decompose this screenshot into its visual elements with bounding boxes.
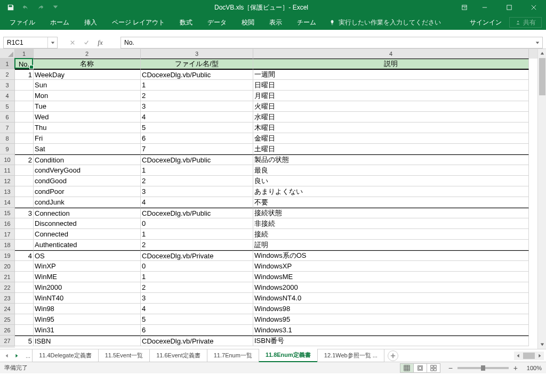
table-cell[interactable]: 0: [141, 261, 253, 272]
table-cell[interactable]: 4: [141, 197, 253, 208]
formula-bar[interactable]: No.: [121, 37, 543, 48]
zoom-slider[interactable]: [457, 367, 509, 369]
scroll-up-button[interactable]: [538, 49, 546, 58]
table-cell[interactable]: 接続: [253, 229, 529, 240]
enter-formula-button[interactable]: [80, 37, 93, 48]
table-cell[interactable]: Authenticated: [34, 240, 141, 250]
table-cell[interactable]: [15, 304, 34, 314]
tell-me-search[interactable]: 実行したい作業を入力してください: [324, 18, 446, 27]
sheet-tab[interactable]: 11.5Event一覧: [98, 349, 150, 362]
sheet-tab[interactable]: 12.1Web参照一覧 ...: [317, 349, 384, 362]
table-cell[interactable]: [15, 314, 34, 325]
page-break-view-button[interactable]: [427, 363, 440, 373]
add-sheet-button[interactable]: [388, 350, 398, 361]
table-cell[interactable]: 1: [141, 80, 253, 91]
table-cell[interactable]: Thu: [34, 123, 141, 133]
row-header[interactable]: 5: [0, 101, 15, 112]
table-cell[interactable]: ISBN番号: [253, 336, 529, 346]
table-cell[interactable]: Win2000: [34, 282, 141, 293]
row-header[interactable]: 9: [0, 144, 15, 154]
table-cell[interactable]: 5: [141, 123, 253, 133]
table-cell[interactable]: [15, 197, 34, 208]
redo-button[interactable]: [34, 1, 47, 14]
row-header[interactable]: 1: [0, 59, 15, 69]
ribbon-tab-file[interactable]: ファイル: [2, 15, 43, 30]
ribbon-tab-team[interactable]: チーム: [290, 15, 324, 30]
row-header[interactable]: 24: [0, 304, 15, 314]
sheet-tab[interactable]: 11.4Delegate定義書: [32, 349, 98, 362]
row-header[interactable]: 18: [0, 240, 15, 250]
vertical-scrollbar[interactable]: [537, 49, 546, 349]
table-header-cell[interactable]: ファイル名/型: [141, 59, 253, 69]
scroll-right-button[interactable]: [535, 354, 544, 358]
table-cell[interactable]: Win98: [34, 304, 141, 314]
table-cell[interactable]: 4: [141, 304, 253, 314]
table-cell[interactable]: 3: [141, 293, 253, 304]
table-cell[interactable]: WinME: [34, 272, 141, 282]
table-cell[interactable]: 接続状態: [253, 208, 529, 218]
table-cell[interactable]: [15, 186, 34, 197]
name-box[interactable]: R1C1: [3, 37, 58, 48]
table-cell[interactable]: [15, 293, 34, 304]
table-cell[interactable]: 製品の状態: [253, 154, 529, 165]
table-cell[interactable]: [15, 123, 34, 133]
qat-customize-button[interactable]: [49, 1, 62, 14]
zoom-out-button[interactable]: −: [447, 364, 454, 372]
row-header[interactable]: 11: [0, 165, 15, 176]
table-cell[interactable]: Windows98: [253, 304, 529, 314]
ribbon-tab-formulas[interactable]: 数式: [172, 15, 200, 30]
zoom-slider-thumb[interactable]: [481, 365, 485, 371]
table-cell[interactable]: 2: [141, 176, 253, 186]
ribbon-tab-view[interactable]: 表示: [262, 15, 290, 30]
table-cell[interactable]: 1: [141, 272, 253, 282]
cells-area[interactable]: No.名称ファイル名/型説明1WeekDayCDocexeDlg.vb/Publ…: [15, 59, 546, 348]
sheet-tab[interactable]: 11.7Enum一覧: [207, 349, 259, 362]
table-cell[interactable]: 木曜日: [253, 123, 529, 133]
row-header[interactable]: 26: [0, 325, 15, 336]
tab-nav-next-button[interactable]: [13, 352, 20, 360]
table-cell[interactable]: Fri: [34, 133, 141, 144]
table-cell[interactable]: CDocexeDlg.vb/Public: [141, 69, 253, 80]
table-cell[interactable]: 5: [15, 336, 34, 346]
row-header[interactable]: 4: [0, 91, 15, 101]
row-header[interactable]: 17: [0, 229, 15, 240]
table-cell[interactable]: Win31: [34, 325, 141, 336]
table-cell[interactable]: CDocexeDlg.vb/Private: [141, 336, 253, 346]
table-cell[interactable]: [15, 240, 34, 250]
table-cell[interactable]: Wed: [34, 112, 141, 123]
select-all-button[interactable]: [0, 49, 15, 59]
table-cell[interactable]: 3: [141, 186, 253, 197]
table-cell[interactable]: 4: [15, 250, 34, 261]
table-cell[interactable]: 金曜日: [253, 133, 529, 144]
table-cell[interactable]: condPoor: [34, 186, 141, 197]
ribbon-tab-home[interactable]: ホーム: [43, 15, 77, 30]
ribbon-tab-data[interactable]: データ: [200, 15, 234, 30]
table-cell[interactable]: 1: [141, 165, 253, 176]
formula-expand-button[interactable]: [533, 37, 542, 48]
table-cell[interactable]: 4: [141, 112, 253, 123]
table-cell[interactable]: 2: [141, 240, 253, 250]
table-cell[interactable]: Windows95: [253, 314, 529, 325]
table-cell[interactable]: 1: [141, 229, 253, 240]
row-header[interactable]: 19: [0, 250, 15, 261]
table-cell[interactable]: 火曜日: [253, 101, 529, 112]
share-button[interactable]: 共有: [509, 17, 542, 28]
table-cell[interactable]: 2: [15, 154, 34, 165]
table-cell[interactable]: 7: [141, 144, 253, 154]
table-cell[interactable]: 3: [15, 208, 34, 218]
table-cell[interactable]: Sun: [34, 80, 141, 91]
table-cell[interactable]: Condition: [34, 154, 141, 165]
table-cell[interactable]: Windows2000: [253, 282, 529, 293]
table-cell[interactable]: 良い: [253, 176, 529, 186]
tab-ellipsis[interactable]: ...: [23, 353, 33, 359]
table-cell[interactable]: CDocexeDlg.vb/Public: [141, 154, 253, 165]
table-cell[interactable]: 土曜日: [253, 144, 529, 154]
undo-button[interactable]: [19, 1, 32, 14]
table-cell[interactable]: [15, 144, 34, 154]
table-header-cell[interactable]: No.: [15, 59, 34, 69]
name-box-dropdown[interactable]: [47, 37, 57, 48]
table-cell[interactable]: WindowsNT4.0: [253, 293, 529, 304]
row-header[interactable]: 22: [0, 282, 15, 293]
table-cell[interactable]: CDocexeDlg.vb/Private: [141, 250, 253, 261]
table-header-cell[interactable]: 説明: [253, 59, 529, 69]
